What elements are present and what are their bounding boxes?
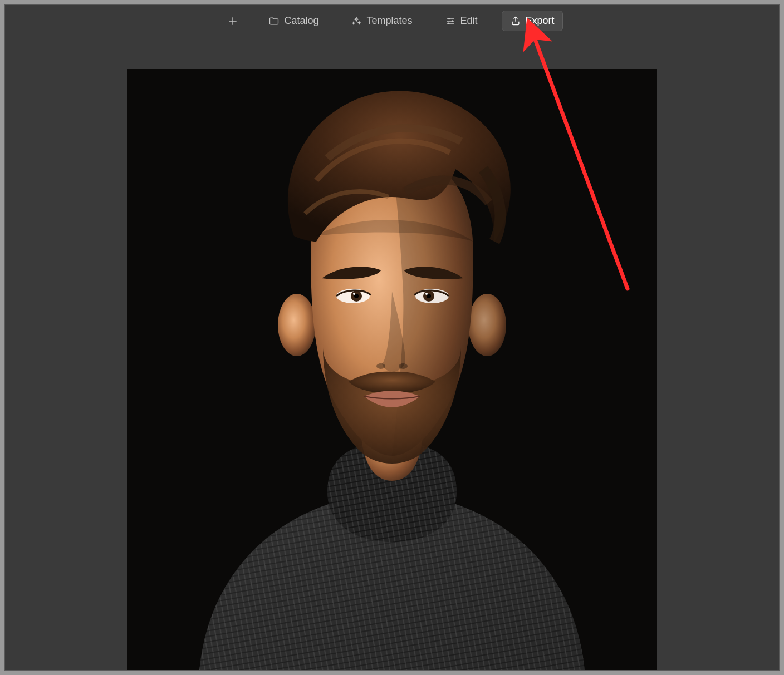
catalog-label: Catalog	[284, 15, 318, 27]
edit-label: Edit	[460, 15, 478, 27]
main-toolbar: Catalog Templates Edit	[5, 5, 779, 37]
svg-point-13	[353, 293, 355, 295]
app-window: Catalog Templates Edit	[4, 4, 780, 671]
export-button[interactable]: Export	[502, 11, 563, 31]
svg-point-5	[278, 294, 316, 356]
svg-point-2	[448, 22, 449, 24]
content-area	[5, 38, 779, 670]
svg-point-0	[448, 18, 449, 19]
add-button[interactable]	[221, 11, 244, 31]
templates-button[interactable]: Templates	[342, 11, 420, 31]
svg-point-7	[468, 294, 506, 356]
folder-icon	[268, 16, 280, 27]
svg-point-8	[376, 363, 385, 369]
svg-point-9	[399, 363, 408, 369]
svg-point-1	[451, 20, 453, 22]
export-label: Export	[526, 15, 555, 27]
portrait-photo	[127, 69, 657, 670]
svg-point-17	[425, 293, 428, 295]
sparkles-icon	[351, 16, 362, 27]
export-icon	[510, 16, 521, 27]
templates-label: Templates	[366, 15, 412, 27]
plus-icon	[227, 16, 238, 27]
image-canvas[interactable]	[127, 69, 657, 670]
catalog-button[interactable]: Catalog	[260, 11, 327, 31]
sliders-icon	[445, 16, 456, 27]
edit-button[interactable]: Edit	[437, 11, 486, 31]
